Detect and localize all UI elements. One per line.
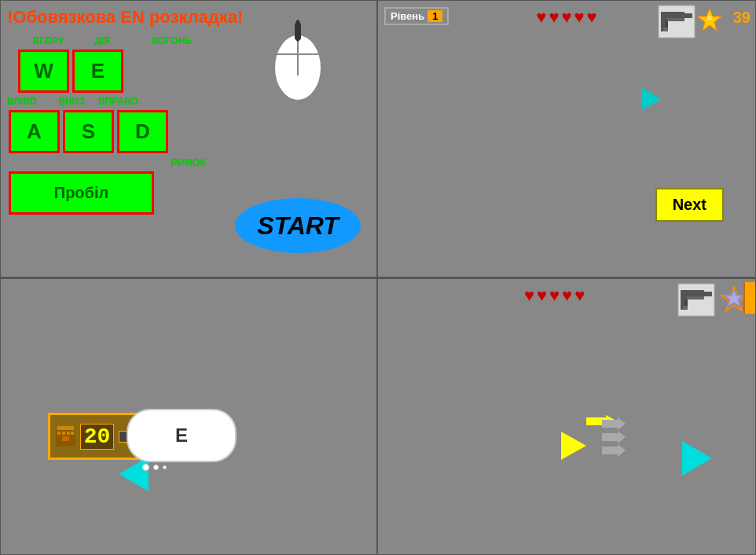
br-gun-icon <box>677 282 716 321</box>
gray-arrows <box>602 417 626 460</box>
key-d[interactable]: D <box>117 110 168 153</box>
bubble-tail <box>142 464 237 471</box>
svg-rect-8 <box>684 13 692 18</box>
key-row-asd: A S D <box>7 108 370 155</box>
key-w[interactable]: W <box>18 50 69 93</box>
label-fire: ВОГОНЬ <box>152 35 192 46</box>
br-heart-1: ♥ <box>524 285 534 306</box>
heart-5: ♥ <box>587 7 597 28</box>
br-gun-svg <box>677 282 716 318</box>
key-s[interactable]: S <box>63 110 114 153</box>
br-heart-4: ♥ <box>562 285 572 306</box>
score-value: 39 <box>733 9 750 26</box>
hearts-container-tr: ♥ ♥ ♥ ♥ ♥ <box>536 7 596 28</box>
svg-rect-27 <box>683 306 688 310</box>
br-heart-2: ♥ <box>537 285 547 306</box>
key-a[interactable]: A <box>9 110 60 153</box>
heart-1: ♥ <box>536 7 546 28</box>
svg-rect-18 <box>67 432 70 435</box>
svg-rect-9 <box>667 18 684 21</box>
top-right-panel: Рівень 1 ♥ ♥ ♥ ♥ ♥ <box>377 0 756 278</box>
heart-3: ♥ <box>561 7 571 28</box>
label-down: ВНИЗ <box>45 96 98 107</box>
label-up: ВГОРУ <box>23 35 74 46</box>
top-left-panel: !Обовязкова EN розкладка! ВГОРУ ДІЯ ВОГО… <box>0 0 377 278</box>
svg-rect-16 <box>57 432 61 435</box>
score-display: 39 <box>733 9 750 27</box>
heart-2: ♥ <box>549 7 559 28</box>
gun-icon <box>657 4 696 42</box>
bubble-dot-2 <box>153 465 159 470</box>
bubble-dot-3 <box>163 465 167 469</box>
svg-marker-32 <box>602 431 626 443</box>
svg-rect-11 <box>663 28 668 31</box>
star-svg <box>697 7 722 32</box>
orange-partial-box <box>743 282 755 314</box>
key-space[interactable]: Пробіл <box>9 171 154 215</box>
start-label: START <box>257 211 339 241</box>
cyan-triangle-br <box>682 441 712 476</box>
label-right: ВПРАВО <box>98 96 138 107</box>
mouse-illustration <box>266 17 329 103</box>
svg-rect-26 <box>684 300 688 306</box>
svg-rect-24 <box>704 292 712 296</box>
svg-rect-20 <box>62 436 69 441</box>
speech-bubble: E <box>127 409 237 471</box>
svg-marker-29 <box>725 289 743 307</box>
next-button[interactable]: Next <box>655 188 724 222</box>
chest-icon <box>56 425 75 448</box>
svg-marker-33 <box>602 444 626 457</box>
svg-rect-14 <box>57 426 74 430</box>
br-heart-3: ♥ <box>549 285 560 306</box>
gun-svg <box>657 4 696 39</box>
svg-rect-10 <box>665 21 668 28</box>
svg-rect-25 <box>687 296 704 300</box>
svg-marker-31 <box>602 417 626 430</box>
svg-point-13 <box>707 16 712 20</box>
mouse-icon <box>266 17 329 103</box>
label-action: ДІЯ <box>77 35 128 46</box>
label-sprint: РИВОК <box>7 156 370 168</box>
bubble-dot-1 <box>142 464 149 471</box>
level-label: Рівень <box>391 10 424 22</box>
chest-number: 20 <box>80 424 115 450</box>
br-heart-5: ♥ <box>574 285 585 306</box>
bottom-left-panel: 20 E <box>0 278 377 555</box>
level-badge: Рівень 1 <box>384 7 449 25</box>
bottom-right-panel: ♥ ♥ ♥ ♥ ♥ <box>377 278 756 555</box>
hearts-container-br: ♥ ♥ ♥ ♥ ♥ <box>524 285 585 306</box>
svg-rect-19 <box>71 432 74 435</box>
label-left: ВЛІВО <box>7 96 45 107</box>
svg-rect-17 <box>62 432 65 435</box>
start-button[interactable]: START <box>235 198 361 253</box>
key-e[interactable]: E <box>72 50 123 93</box>
gray-arrow-svg-1 <box>602 417 626 457</box>
svg-rect-4 <box>295 23 301 40</box>
level-number: 1 <box>428 10 442 22</box>
bubble-text: E <box>175 425 188 447</box>
main-grid: !Обовязкова EN розкладка! ВГОРУ ДІЯ ВОГО… <box>0 0 756 555</box>
yellow-triangle-br <box>561 432 586 460</box>
cyan-triangle-tr <box>641 87 661 111</box>
next-label: Next <box>673 196 706 213</box>
star-icon <box>697 7 722 35</box>
heart-4: ♥ <box>574 7 585 28</box>
